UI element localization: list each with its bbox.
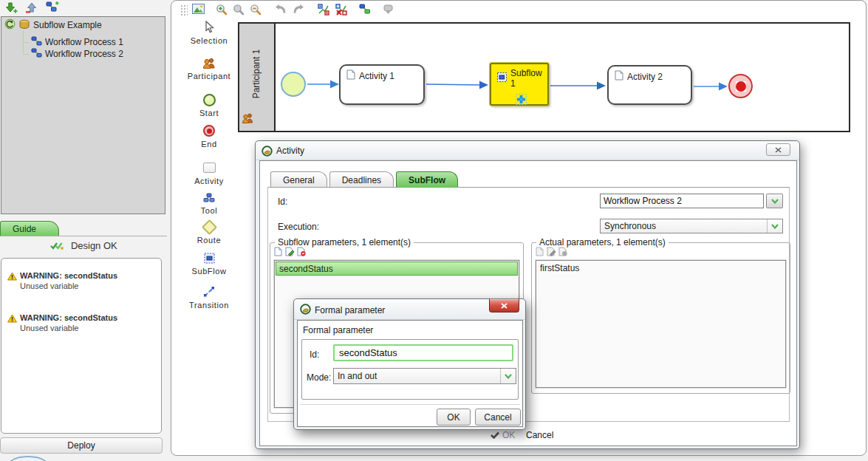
undo-icon[interactable] [275, 4, 288, 17]
start-event-node[interactable] [281, 72, 306, 97]
warning-icon [7, 272, 17, 281]
palette-activity[interactable]: Activity [177, 160, 241, 185]
formal-cancel-button[interactable]: Cancel [475, 409, 521, 426]
palette-label: Route [177, 236, 241, 245]
document-icon [615, 70, 623, 83]
tree-root-label[interactable]: Subflow Example [33, 20, 102, 30]
tree-item-workflow-process-2[interactable]: Workflow Process 2 [31, 48, 123, 60]
activity-cancel-button[interactable]: Cancel [526, 430, 553, 440]
palette-label: Activity [177, 177, 241, 185]
formal-ok-button[interactable]: OK [437, 409, 471, 426]
process-graph-icon[interactable] [359, 4, 372, 17]
remove-package-icon[interactable] [25, 1, 40, 14]
new-process-icon[interactable] [46, 1, 61, 14]
tree-expand-icon[interactable] [4, 18, 16, 32]
palette-end[interactable]: End [177, 123, 241, 148]
chevron-down-icon [767, 219, 782, 233]
palette-transition[interactable]: Transition [177, 284, 241, 310]
activity-ok-button[interactable]: OK [491, 430, 515, 440]
palette-label: Transition [177, 301, 241, 310]
edit-parameter-icon[interactable] [285, 246, 295, 259]
palette-start[interactable]: Start [177, 92, 241, 117]
tree-root-subflow-example[interactable]: Subflow Example [4, 19, 102, 31]
tree-item-label[interactable]: Workflow Process 2 [45, 49, 123, 59]
expand-subflow-icon[interactable] [516, 94, 527, 107]
chevron-down-icon [500, 369, 516, 383]
palette-tool[interactable]: Tool [177, 190, 241, 215]
design-status-label: Design OK [71, 240, 117, 251]
palette-subflow[interactable]: SubFlow [177, 250, 241, 276]
warning-item[interactable]: WARNING: secondStatus Unused variable [7, 313, 155, 332]
activity2-node[interactable]: Activity 2 [607, 65, 692, 105]
warning-item[interactable]: WARNING: secondStatus Unused variable [7, 271, 155, 290]
zoom-out-icon[interactable] [250, 4, 263, 17]
delete-parameter-icon[interactable] [297, 246, 306, 259]
mode-combobox[interactable]: In and out [333, 368, 516, 384]
warning-title: WARNING: secondStatus [20, 271, 155, 280]
decorative-circle [9, 456, 47, 461]
actual-parameters-list[interactable]: firstStatus [536, 260, 786, 388]
zoom-in-icon[interactable] [216, 4, 229, 17]
redo-icon[interactable] [293, 4, 306, 17]
actual-parameters-toolbar [536, 246, 567, 259]
execution-combobox[interactable]: Synchronous [600, 219, 783, 233]
subflow-parameters-toolbar [274, 246, 306, 259]
show-xy-icon[interactable] [318, 4, 331, 17]
palette-label: Participant [177, 72, 241, 81]
process-icon [31, 36, 42, 48]
tree-item-workflow-process-1[interactable]: Workflow Process 1 [31, 36, 123, 48]
participant-lane[interactable]: Participant 1 Activity 1 [238, 22, 850, 132]
subflow1-label: Subflow 1 [510, 68, 547, 89]
edit-parameter-icon-disabled [547, 246, 556, 259]
formal-dialog-title: Formal parameter [315, 305, 385, 315]
activity-icon [177, 160, 241, 175]
formal-parameter-dialog: Formal parameter Formal parameter Id: Mo… [293, 298, 526, 430]
activity-dialog-titlebar[interactable]: Activity [256, 141, 799, 160]
formal-dialog-titlebar[interactable]: Formal parameter [294, 299, 525, 320]
palette-label: Start [177, 109, 241, 117]
subflow1-node[interactable]: Subflow 1 [490, 63, 549, 106]
deploy-button[interactable]: Deploy [0, 437, 163, 454]
palette-route[interactable]: Route [177, 219, 241, 245]
divider [300, 404, 520, 405]
tab-general[interactable]: General [270, 171, 327, 188]
export-image-icon[interactable] [192, 4, 205, 17]
formal-id-label: Id: [310, 349, 319, 360]
list-item-secondstatus[interactable]: secondStatus [276, 262, 518, 276]
id-dropdown-button[interactable] [766, 194, 783, 208]
palette-selection[interactable]: Selection [177, 20, 241, 45]
end-event-node[interactable] [728, 74, 753, 98]
list-item-firststatus[interactable]: firstStatus [537, 262, 785, 276]
close-icon[interactable] [766, 143, 790, 156]
execution-label: Execution: [278, 222, 319, 232]
tab-guide[interactable]: Guide [0, 221, 59, 236]
palette-participant[interactable]: Participant [177, 55, 241, 81]
toolbar-drag-handle[interactable] [180, 4, 188, 16]
tool-icon [177, 190, 241, 205]
participant-lane-header[interactable]: Participant 1 [239, 24, 276, 131]
hide-xy-icon[interactable] [335, 4, 349, 17]
formal-dialog-content: Formal parameter Id: Mode: In and out OK… [297, 320, 523, 427]
participant-icon [177, 55, 241, 70]
participant-label: Participant 1 [251, 37, 263, 111]
new-parameter-icon[interactable] [274, 246, 283, 259]
tab-subflow[interactable]: SubFlow [396, 171, 458, 188]
execution-value: Synchronous [604, 221, 656, 231]
warning-detail: Unused variable [20, 281, 155, 290]
divider [0, 236, 167, 236]
subflow-id-field[interactable] [600, 194, 764, 208]
close-icon[interactable] [489, 299, 519, 313]
mode-value: In and out [338, 371, 377, 381]
download-package-icon[interactable] [383, 4, 396, 17]
activity2-label: Activity 2 [627, 72, 663, 82]
formal-id-input[interactable] [333, 344, 513, 361]
activity-dialog-title: Activity [276, 146, 304, 156]
add-package-icon[interactable] [4, 1, 19, 14]
zoom-default-icon[interactable] [233, 4, 246, 17]
tree-item-label[interactable]: Workflow Process 1 [45, 37, 123, 47]
activity1-node[interactable]: Activity 1 [339, 64, 425, 105]
new-parameter-icon-disabled [536, 246, 544, 259]
transition-icon [177, 284, 241, 299]
delete-parameter-icon-disabled [558, 246, 567, 259]
tab-deadlines[interactable]: Deadlines [329, 171, 394, 188]
